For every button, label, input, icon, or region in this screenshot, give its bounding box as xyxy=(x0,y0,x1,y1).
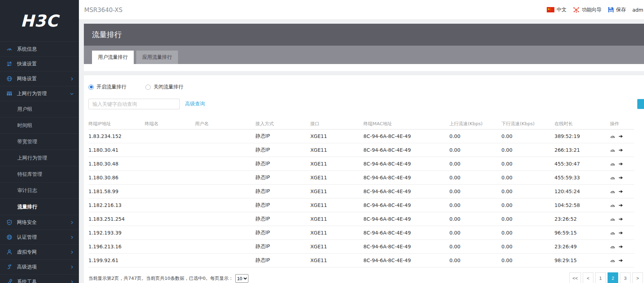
page-button-0[interactable]: << xyxy=(569,272,581,283)
feature-wizard-button[interactable]: 功能向导 xyxy=(573,6,602,13)
sidebar-item-label: 网络安全 xyxy=(17,219,37,226)
detail-arrow-icon[interactable] xyxy=(618,134,623,139)
column-header: 操作 xyxy=(610,121,634,127)
radio-option-0[interactable]: 开启流量排行 xyxy=(88,84,126,90)
sidebar-subitem-6[interactable]: 流量排行 xyxy=(0,198,79,215)
cell-access: 静态IP xyxy=(255,257,310,264)
detail-arrow-icon[interactable] xyxy=(618,258,623,263)
column-header: 接入方式 xyxy=(255,121,310,127)
username[interactable]: adm xyxy=(632,7,643,13)
detail-arrow-icon[interactable] xyxy=(618,230,623,236)
cell-access: 静态IP xyxy=(255,133,310,139)
sidebar-subitem-5[interactable]: 审计日志 xyxy=(0,182,79,198)
cell-down: 0.00 xyxy=(501,216,554,222)
sidebar-item-label: 上网行为管理 xyxy=(17,91,47,97)
cell-access: 静态IP xyxy=(255,188,310,195)
cell-down: 0.00 xyxy=(501,133,554,139)
sidebar-item-bottom-0[interactable]: 网络安全 xyxy=(0,215,79,230)
cell-online: 104:52:58 xyxy=(554,202,610,208)
sidebar-subitem-1[interactable]: 时间组 xyxy=(0,117,79,133)
cell-online: 455:30:47 xyxy=(554,161,610,167)
sidebar-subitem-0[interactable]: 用户组 xyxy=(0,101,79,117)
page-button-4[interactable]: 3 xyxy=(620,272,631,283)
detail-arrow-icon[interactable] xyxy=(618,175,623,180)
traffic-gauge-icon[interactable] xyxy=(610,216,615,222)
cell-up: 0.00 xyxy=(449,202,501,208)
detail-arrow-icon[interactable] xyxy=(618,203,623,208)
sidebar-item-label: 系统工具 xyxy=(17,279,37,283)
sidebar-item-bottom-4[interactable]: 系统工具 xyxy=(0,274,79,283)
sidebar-nav: 系统信息快速设置网络设置上网行为管理用户组时间组带宽管理上网行为管理特征库管理审… xyxy=(0,41,79,283)
cell-online: 266:13:21 xyxy=(554,147,610,153)
radio-group: 开启流量排行关闭流量排行 xyxy=(88,75,644,90)
traffic-gauge-icon[interactable] xyxy=(610,203,615,208)
cell-mac: 8C-94-6A-8C-4E-49 xyxy=(363,133,449,139)
behavior-management-icon xyxy=(6,91,12,97)
tools-icon xyxy=(6,279,12,283)
cell-down: 0.00 xyxy=(501,147,554,153)
sidebar-subitem-4[interactable]: 特征库管理 xyxy=(0,166,79,182)
sidebar-subitem-label: 流量排行 xyxy=(17,204,37,210)
cutoff-action-button[interactable] xyxy=(637,99,644,109)
sidebar-item-bottom-3[interactable]: 高级选项 xyxy=(0,259,79,274)
chevron-down-icon xyxy=(70,92,74,96)
save-button[interactable]: 保存 xyxy=(608,7,626,13)
traffic-gauge-icon[interactable] xyxy=(610,189,615,194)
traffic-gauge-icon[interactable] xyxy=(610,258,615,263)
page-button-5[interactable]: > xyxy=(632,272,643,283)
sidebar-item-3[interactable]: 上网行为管理 xyxy=(0,86,79,101)
cell-down: 0.00 xyxy=(501,244,554,249)
detail-arrow-icon[interactable] xyxy=(618,148,623,153)
sidebar-subitem-3[interactable]: 上网行为管理 xyxy=(0,150,79,166)
language-switch[interactable]: 中文 xyxy=(547,7,567,13)
page-button-active-3[interactable]: 2 xyxy=(608,272,618,283)
traffic-gauge-icon[interactable] xyxy=(610,175,615,180)
detail-arrow-icon[interactable] xyxy=(618,244,623,249)
cell-mac: 8C-94-6A-8C-4E-49 xyxy=(363,258,449,263)
table-row: 1.180.30.86静态IPXGE118C-94-6A-8C-4E-490.0… xyxy=(88,171,634,185)
cell-iface: XGE11 xyxy=(310,147,363,153)
cell-ip: 1.183.251.254 xyxy=(88,216,145,222)
sidebar-item-2[interactable]: 网络设置 xyxy=(0,71,79,86)
traffic-rank-panel: 开启流量排行关闭流量排行 高级查询 终端IP地址终端名用户名接入方式接口终端MA… xyxy=(84,75,644,283)
traffic-gauge-icon[interactable] xyxy=(610,148,615,153)
search-input[interactable] xyxy=(88,99,180,109)
cell-iface: XGE11 xyxy=(310,189,363,194)
sidebar-item-1[interactable]: 快速设置 xyxy=(0,56,79,71)
sidebar-subitem-2[interactable]: 带宽管理 xyxy=(0,133,79,150)
column-header: 接口 xyxy=(310,121,363,127)
sidebar-item-bottom-2[interactable]: 虚拟专网 xyxy=(0,244,79,259)
cell-online: 96:59:15 xyxy=(554,230,610,236)
page-button-2[interactable]: 1 xyxy=(595,272,606,283)
tab-1[interactable]: 应用流量排行 xyxy=(136,51,178,64)
traffic-gauge-icon[interactable] xyxy=(610,230,615,236)
page-size-select[interactable]: 10 xyxy=(235,274,248,283)
top-bar: MSR3640-XS 中文 功能向导 xyxy=(79,0,644,20)
chevron-right-icon xyxy=(70,77,74,81)
column-header: 用户名 xyxy=(195,121,255,127)
cell-down: 0.00 xyxy=(501,202,554,208)
sidebar-item-label: 虚拟专网 xyxy=(17,249,37,255)
advanced-query-link[interactable]: 高级查询 xyxy=(185,101,205,107)
traffic-gauge-icon[interactable] xyxy=(610,134,615,139)
table-header-row: 终端IP地址终端名用户名接入方式接口终端MAC地址上行流速(Kbps)下行流速(… xyxy=(88,119,634,129)
cell-ip: 1.199.92.61 xyxy=(88,258,145,263)
traffic-gauge-icon[interactable] xyxy=(610,244,615,249)
main-area: MSR3640-XS 中文 功能向导 xyxy=(79,0,644,283)
radio-option-1[interactable]: 关闭流量排行 xyxy=(145,84,183,90)
tab-0[interactable]: 用户流量排行 xyxy=(92,51,134,64)
table-row: 1.83.234.152静态IPXGE118C-94-6A-8C-4E-490.… xyxy=(88,129,634,143)
page-title: 流量排行 xyxy=(84,24,644,46)
cell-actions xyxy=(610,134,634,139)
cell-up: 0.00 xyxy=(449,147,501,153)
detail-arrow-icon[interactable] xyxy=(618,161,623,167)
detail-arrow-icon[interactable] xyxy=(618,216,623,222)
sidebar-item-0[interactable]: 系统信息 xyxy=(0,41,79,56)
cell-up: 0.00 xyxy=(449,175,501,180)
traffic-gauge-icon[interactable] xyxy=(610,161,615,167)
traffic-table: 终端IP地址终端名用户名接入方式接口终端MAC地址上行流速(Kbps)下行流速(… xyxy=(88,119,634,267)
cell-access: 静态IP xyxy=(255,230,310,236)
detail-arrow-icon[interactable] xyxy=(618,189,623,194)
page-button-1[interactable]: < xyxy=(583,272,593,283)
sidebar-item-bottom-1[interactable]: 认证管理 xyxy=(0,230,79,244)
